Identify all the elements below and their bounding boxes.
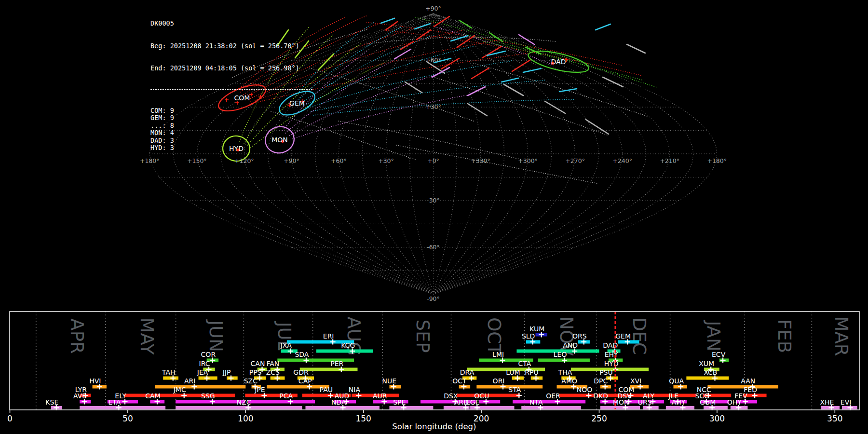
- station-id: DK0005: [150, 20, 312, 27]
- shower-code-label: LEO: [554, 351, 567, 358]
- shower-code-label: NZC: [237, 398, 251, 406]
- shower-code-label: OER: [546, 392, 560, 400]
- meteor-gem: [559, 89, 577, 92]
- month-label: OCT: [484, 317, 504, 355]
- shower-activity-EVI: EVI: [841, 398, 857, 411]
- shower-code-label: JPE: [254, 386, 265, 393]
- activity-bar: [686, 377, 729, 380]
- meteor-mon: [519, 35, 534, 44]
- meteor-gem: [451, 36, 468, 41]
- trail-com: [366, 22, 623, 66]
- meteor-spo: [586, 120, 609, 134]
- lon-label: +180°: [707, 157, 727, 164]
- meridian-line: [434, 14, 457, 294]
- month-label: DEC: [629, 317, 650, 355]
- trail-gem: [303, 35, 435, 102]
- shower-code-label: CTA: [518, 360, 531, 367]
- activity-bar: [666, 406, 694, 409]
- shower-activity-QUA: QUA: [669, 377, 687, 390]
- activity-bar: [479, 400, 500, 404]
- activity-bar: [316, 350, 373, 353]
- month-label: APR: [67, 318, 87, 353]
- shower-code-label: PCA: [279, 392, 293, 400]
- activity-bar: [248, 400, 315, 404]
- shower-code-label: HYD: [604, 360, 619, 367]
- shower-code-label: XVI: [630, 377, 641, 385]
- meridian-line: [386, 14, 434, 294]
- shower-code-label: EHY: [605, 351, 618, 358]
- shower-code-label: LUM: [506, 368, 520, 376]
- meteor-gem: [381, 18, 394, 23]
- shower-code-label: ETA: [108, 398, 121, 406]
- activity-bar: [389, 406, 433, 409]
- trail-spo: [474, 63, 647, 116]
- shower-code-label: EVI: [841, 398, 852, 406]
- lon-label: +330°: [471, 157, 490, 164]
- shower-counts: COM: 9GEM: 9...: 8MON: 4DAD: 3HYD: 3: [150, 107, 312, 152]
- trail-mon: [293, 95, 471, 139]
- shower-code-label: SLD: [522, 332, 535, 340]
- shower-code-label: JXA: [280, 341, 292, 349]
- shower-code-label: DRA: [460, 368, 475, 376]
- shower-code-label: COR: [201, 351, 216, 358]
- trail-gem: [309, 61, 512, 108]
- shower-count-HYD: HYD: 3: [150, 144, 312, 152]
- meteor-dad: [459, 20, 472, 28]
- activity-bar: [176, 406, 302, 409]
- shower-code-label: SZC: [244, 377, 258, 385]
- axis-tick-label: 50: [122, 414, 133, 423]
- shower-count-MON: MON: 4: [150, 129, 312, 137]
- shower-code-label: SDA: [295, 351, 309, 358]
- separator-line: [150, 89, 312, 90]
- shower-code-label: KCG: [341, 341, 355, 349]
- shower-activity-NUE: NUE: [382, 377, 401, 390]
- shower-code-label: TAH: [162, 368, 176, 376]
- axis-tick-label: 100: [238, 414, 253, 423]
- meridian-line: [434, 14, 646, 294]
- activity-bar: [521, 406, 581, 409]
- shower-count-GEM: GEM: 9: [150, 114, 312, 122]
- shower-code-label: NIA: [349, 386, 361, 393]
- shower-activity-GUM: GUM: [700, 398, 728, 411]
- shower-code-label: GUM: [700, 398, 716, 406]
- lon-label: +30°: [378, 157, 394, 164]
- lon-label: +210°: [660, 157, 679, 164]
- meridian-line: [434, 14, 528, 294]
- month-label: FEB: [774, 319, 795, 353]
- meteor-com: [400, 41, 414, 50]
- lon-label: +270°: [565, 157, 585, 164]
- meridian-line: [434, 14, 481, 294]
- trail-gem: [306, 46, 474, 104]
- activity-bar: [124, 394, 235, 397]
- shower-code-label: SSG: [201, 392, 215, 400]
- shower-code-label: ERI: [323, 332, 334, 340]
- meridian-line: [291, 14, 433, 294]
- shower-code-label: NOO: [577, 386, 593, 393]
- session-begin: Beg: 20251208 21:38:02 (sol = 256.70°): [150, 42, 312, 50]
- shower-code-label: ARI: [184, 377, 195, 385]
- activity-bar: [704, 406, 728, 409]
- shower-code-label: THA: [558, 368, 572, 376]
- activity-bar: [80, 406, 165, 409]
- shower-activity-URS: URS: [638, 398, 659, 411]
- shower-code-label: ECV: [712, 351, 726, 358]
- shower-code-label: EGE: [466, 398, 480, 406]
- axis-tick-label: 250: [591, 414, 607, 423]
- meteor-gem: [502, 78, 518, 82]
- shower-activity-NZC: NZC: [176, 398, 302, 411]
- shower-code-label: NDA: [331, 398, 346, 406]
- meteor-com: [472, 68, 489, 79]
- activity-bar: [600, 406, 640, 409]
- shower-code-label: AAN: [741, 377, 755, 385]
- shower-activity-NTA: NTA: [521, 398, 581, 411]
- activity-timeline: APRMAYJUNJULAUGSEPOCTNOVDECJANFEBMARKUME…: [7, 312, 859, 431]
- shower-code-label: DKD: [593, 392, 608, 400]
- dec-label: +60°: [425, 56, 441, 64]
- dec-label: -60°: [427, 244, 440, 251]
- shower-code-label: CAN: [251, 360, 265, 367]
- meteor-spo: [603, 77, 623, 87]
- lon-label: +240°: [612, 157, 632, 164]
- activity-bar: [300, 368, 358, 371]
- shower-activity-SPE: SPE: [389, 398, 433, 411]
- meteor-mon: [468, 87, 485, 95]
